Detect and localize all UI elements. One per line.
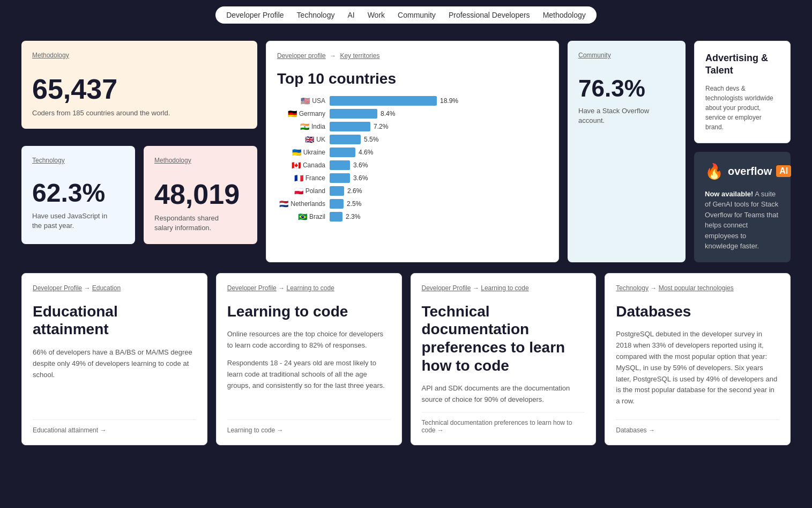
now-available-label: Now available!: [705, 190, 753, 198]
nav-professional-developers[interactable]: Professional Developers: [449, 11, 530, 19]
small-cards-row: Technology 62.3% Have used JavaScript in…: [21, 146, 257, 244]
chart-row: 🇨🇦 Canada 3.6%: [277, 160, 548, 170]
chart-bar-container: 7.2%: [330, 122, 548, 131]
breadcrumb-part1-link-0[interactable]: Developer Profile: [33, 284, 82, 292]
chart-value: 3.6%: [353, 161, 368, 169]
bottom-card-footer-link-3[interactable]: Databases →: [616, 419, 779, 434]
bottom-card-0: Developer Profile → Education Educationa…: [21, 273, 207, 445]
breadcrumb-part2-link-1[interactable]: Learning to code: [286, 284, 334, 292]
chart-label: 🇨🇦 Canada: [277, 161, 325, 170]
nav-methodology[interactable]: Methodology: [543, 11, 586, 19]
chart-bar: [330, 122, 370, 131]
js-percent: 62.3%: [32, 180, 124, 206]
chart-bar: [330, 96, 437, 106]
nav-technology[interactable]: Technology: [297, 11, 335, 19]
methodology-link[interactable]: Methodology: [32, 51, 247, 59]
chart-row: 🇺🇸 USA 18.9%: [277, 96, 548, 106]
card-body-1-1: Online resources are the top choice for …: [227, 329, 391, 351]
bottom-card-content-1: Learning to code Online resources are th…: [227, 303, 391, 419]
bottom-card-footer-link-2[interactable]: Technical documentation preferences to l…: [422, 412, 585, 434]
breadcrumb-key-territories-link[interactable]: Key territories: [340, 52, 379, 60]
nav-work[interactable]: Work: [368, 11, 385, 19]
nav-developer-profile[interactable]: Developer Profile: [226, 11, 284, 19]
coders-count: 65,437: [32, 75, 247, 103]
bottom-card-content-0: Educational attainment 66% of developers…: [33, 303, 196, 419]
bottom-card-footer-link-1[interactable]: Learning to code →: [227, 419, 391, 434]
country-name: USA: [312, 97, 325, 105]
chart-row: 🇵🇱 Poland 2.6%: [277, 186, 548, 196]
chart-bar-container: 3.6%: [330, 173, 548, 183]
chart-label: 🇳🇱 Netherlands: [277, 200, 325, 208]
breadcrumb-part1-link-2[interactable]: Developer Profile: [422, 284, 471, 292]
chart-label: 🇬🇧 UK: [277, 135, 325, 144]
breadcrumb-part2-link-0[interactable]: Education: [92, 284, 121, 292]
community-link[interactable]: Community: [578, 51, 675, 59]
chart-value: 4.6%: [359, 149, 373, 156]
respondants-subtitle: Respondants shared salary information.: [154, 213, 247, 233]
breadcrumb-sep-0: →: [84, 284, 92, 292]
card-body-1-0: 66% of developers have a BA/BS or MA/MS …: [33, 347, 196, 380]
country-flag: 🇧🇷: [298, 212, 307, 221]
technology-small-card: Technology 62.3% Have used JavaScript in…: [21, 146, 135, 244]
methodology-card: Methodology 65,437 Coders from 185 count…: [21, 41, 257, 129]
country-name: India: [311, 123, 325, 130]
chart-bar-container: 2.6%: [330, 186, 548, 196]
chart-value: 2.3%: [346, 213, 360, 220]
breadcrumb-sep-2: →: [473, 284, 481, 292]
overflow-text: overflow: [728, 165, 772, 178]
country-flag: 🇵🇱: [294, 187, 303, 195]
country-flag: 🇺🇸: [301, 97, 310, 105]
coders-subtitle: Coders from 185 countries around the wor…: [32, 108, 247, 118]
chart-bar: [330, 212, 342, 222]
top-bar: Developer Profile Technology AI Work Com…: [0, 0, 812, 30]
country-flag: 🇺🇦: [292, 148, 301, 157]
country-flag: 🇳🇱: [279, 200, 288, 208]
breadcrumb-part2-link-3[interactable]: Most popular technologies: [659, 284, 734, 292]
chart-bar: [330, 160, 350, 170]
breadcrumb-developer-profile-link[interactable]: Developer profile: [277, 52, 326, 60]
advertising-body: Reach devs & technologists worldwide abo…: [705, 84, 779, 132]
chart-bar: [330, 109, 377, 119]
chart-label: 🇫🇷 France: [277, 174, 325, 182]
country-name: UK: [316, 136, 325, 143]
bottom-card-breadcrumb-3: Technology → Most popular technologies: [616, 284, 779, 292]
bottom-card-footer-link-0[interactable]: Educational attainment →: [33, 419, 196, 434]
breadcrumb-part1-link-3[interactable]: Technology: [616, 284, 649, 292]
chart-row: 🇩🇪 Germany 8.4%: [277, 109, 548, 119]
chart-value: 5.5%: [364, 136, 378, 143]
chart-bar-container: 2.3%: [330, 212, 548, 222]
country-flag: 🇬🇧: [305, 135, 314, 144]
country-flag: 🇮🇳: [300, 122, 309, 131]
chart-bar-container: 3.6%: [330, 160, 548, 170]
chart-row: 🇳🇱 Netherlands 2.5%: [277, 199, 548, 209]
technology-small-link[interactable]: Technology: [32, 157, 124, 164]
chart-bar-container: 4.6%: [330, 148, 548, 157]
chart-row: 🇧🇷 Brazil 2.3%: [277, 212, 548, 222]
chart-value: 3.6%: [353, 174, 368, 182]
top-countries-title: Top 10 countries: [277, 70, 548, 87]
chart-label: 🇧🇷 Brazil: [277, 212, 325, 221]
nav-ai[interactable]: AI: [347, 11, 354, 19]
country-name: France: [306, 174, 325, 182]
top-countries-breadcrumb: Developer profile → Key territories: [277, 52, 548, 60]
chart-value: 2.6%: [347, 187, 362, 195]
chart-label: 🇵🇱 Poland: [277, 187, 325, 195]
country-name: Brazil: [309, 213, 325, 220]
card-body-1-2: API and SDK documents are the documentat…: [422, 383, 585, 406]
breadcrumb-part1-link-1[interactable]: Developer Profile: [227, 284, 277, 292]
bottom-card-3: Technology → Most popular technologies D…: [605, 273, 791, 445]
methodology-small-link[interactable]: Methodology: [154, 157, 247, 164]
bottom-row: Developer Profile → Education Educationa…: [21, 273, 791, 445]
nav-community[interactable]: Community: [398, 11, 436, 19]
bottom-card-title-2: Technical documentation preferences to l…: [422, 303, 585, 374]
country-name: Canada: [303, 161, 325, 169]
breadcrumb-sep-3: →: [650, 284, 658, 292]
community-subtitle: Have a Stack Overflow account.: [578, 106, 675, 126]
card-body-2: Respondents 18 - 24 years old are most l…: [227, 358, 391, 391]
overflow-ai-card: 🔥 overflow AI Now available! A suite of …: [694, 152, 791, 262]
country-flag: 🇨🇦: [292, 161, 301, 170]
country-name: Ukraine: [303, 149, 325, 156]
breadcrumb-part2-link-2[interactable]: Learning to code: [481, 284, 528, 292]
bottom-card-1: Developer Profile → Learning to code Lea…: [216, 273, 402, 445]
breadcrumb-sep: →: [330, 52, 338, 60]
